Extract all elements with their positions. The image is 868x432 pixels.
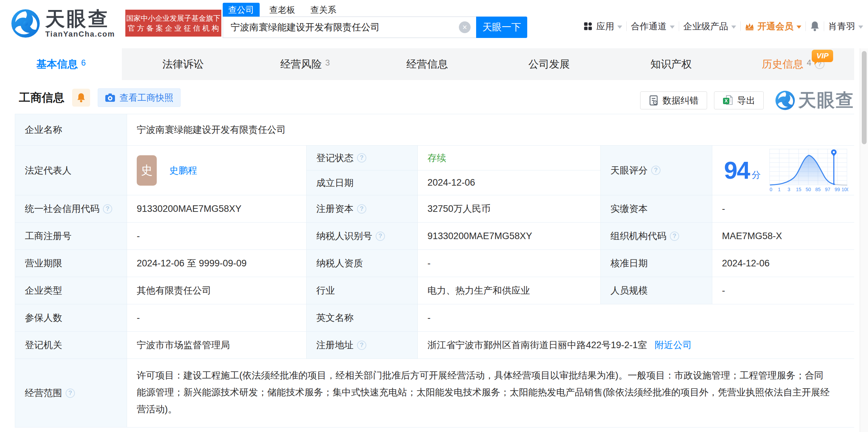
bell-icon: [810, 21, 820, 32]
menu-separator: [806, 21, 806, 31]
org-code-value: MAE7MG58-X: [712, 223, 855, 249]
chevron-down-icon: [797, 26, 801, 29]
vip-badge: VIP: [812, 50, 833, 62]
brand-name: 天眼查: [45, 8, 115, 29]
help-icon[interactable]: ?: [651, 166, 660, 175]
company-name-value: 宁波南寰绿能建设开发有限责任公司: [127, 114, 855, 145]
chevron-down-icon: [670, 26, 675, 29]
user-menu[interactable]: 肖青羽: [828, 20, 863, 32]
gov-badge-line1: 国家中小企业发展子基金旗下: [126, 14, 221, 22]
search-tab-relation[interactable]: 查关系: [305, 3, 342, 17]
score-value: 94 分 0 1 3 15 50 85: [712, 146, 855, 195]
nearby-companies-link[interactable]: 附近公司: [655, 339, 692, 351]
user-name: 肖青羽: [828, 20, 855, 32]
tab-label: 经营信息: [406, 57, 448, 71]
svg-text:99: 99: [835, 187, 840, 192]
bell-icon: [77, 92, 86, 103]
notification-bell[interactable]: [810, 21, 820, 32]
english-name-value: -: [418, 304, 855, 331]
tab-label: 公司发展: [528, 57, 570, 71]
svg-text:X: X: [725, 98, 728, 104]
tab-operation[interactable]: 经营信息: [366, 48, 488, 80]
tab-history-info[interactable]: VIP 历史信息 4 ?: [732, 48, 854, 80]
svg-text:50: 50: [806, 187, 811, 192]
help-icon[interactable]: ?: [357, 204, 366, 214]
scrollbar-thumb[interactable]: [862, 51, 867, 144]
reg-number-label: 工商注册号: [15, 223, 127, 249]
menu-cooperation[interactable]: 合作通道: [631, 20, 675, 32]
est-date-label: 成立日期: [307, 170, 417, 195]
industry-label: 行业: [307, 277, 417, 304]
help-icon[interactable]: ?: [357, 341, 366, 350]
credit-code-value: 91330200MAE7MG58XY: [127, 195, 306, 222]
tab-risk[interactable]: 经营风险 3: [244, 48, 366, 80]
crown-icon: [745, 22, 754, 31]
search-type-tabs: 查公司 查老板 查关系: [223, 3, 527, 17]
svg-text:85: 85: [815, 187, 821, 192]
help-icon[interactable]: ?: [357, 153, 366, 163]
business-scope-label: 经营范围?: [15, 359, 127, 427]
gov-certification-badge: 国家中小企业发展子基金旗下 官方备案企业征信机构: [125, 10, 221, 37]
search-input-wrap: ×: [223, 17, 476, 38]
excel-icon: X: [723, 95, 733, 106]
chevron-down-icon: [858, 26, 863, 29]
score-unit: 分: [752, 169, 761, 181]
watermark-text: 天眼查: [798, 88, 854, 112]
score-label: 天眼评分?: [601, 146, 712, 195]
search-tab-company[interactable]: 查公司: [223, 3, 260, 17]
clear-search-icon[interactable]: ×: [459, 21, 471, 33]
business-snapshot-button[interactable]: 查看工商快照: [98, 88, 181, 107]
tab-legal[interactable]: 法律诉讼: [122, 48, 244, 80]
legal-rep-label: 法定代表人: [15, 146, 127, 195]
svg-text:100: 100: [841, 187, 848, 192]
taxpayer-id-value: 91330200MAE7MG58XY: [418, 223, 600, 249]
staff-size-value: -: [712, 277, 855, 304]
business-term-label: 营业期限: [15, 250, 127, 277]
search-input[interactable]: [223, 17, 476, 38]
data-correction-button[interactable]: 数据纠错: [640, 91, 707, 109]
search-button[interactable]: 天眼一下: [476, 17, 527, 38]
tianyancha-logo[interactable]: 天眼查 TianYanCha.com: [11, 8, 115, 39]
tab-basic-info[interactable]: 基本信息 6: [0, 48, 122, 80]
approval-date-value: 2024-12-06: [712, 250, 855, 277]
reg-address-label: 注册地址?: [307, 332, 417, 359]
export-label: 导出: [737, 95, 755, 107]
help-icon[interactable]: ?: [670, 232, 679, 241]
tab-label: 历史信息: [762, 57, 803, 71]
help-icon[interactable]: ?: [376, 232, 385, 241]
reg-address-value: 浙江省宁波市鄞州区首南街道日丽中路422号19-2-1室 附近公司: [418, 332, 855, 359]
correction-file-icon: [649, 95, 658, 106]
vertical-scrollbar[interactable]: [860, 48, 868, 432]
tab-label: 经营风险: [280, 57, 322, 71]
section-title: 工商信息: [19, 90, 65, 106]
legal-rep-name-link[interactable]: 史鹏程: [169, 164, 197, 177]
reg-capital-label: 注册资本?: [307, 195, 417, 222]
taxpayer-quality-label: 纳税人资质: [307, 250, 417, 277]
export-button[interactable]: X 导出: [714, 91, 764, 109]
legal-rep-avatar[interactable]: 史: [137, 155, 157, 186]
business-info-table: 企业名称 宁波南寰绿能建设开发有限责任公司 法定代表人 史 史鹏程 登记状态? …: [15, 114, 854, 428]
data-correction-label: 数据纠错: [663, 95, 698, 107]
legal-rep-value: 史 史鹏程: [127, 146, 306, 195]
menu-separator: [679, 21, 679, 31]
menu-open-vip[interactable]: 开通会员: [745, 20, 801, 32]
reg-authority-value: 宁波市市场监督管理局: [127, 332, 306, 359]
help-icon[interactable]: ?: [66, 389, 75, 398]
monitor-bell-button[interactable]: [72, 89, 90, 107]
staff-size-label: 人员规模: [601, 277, 712, 304]
tianyancha-logo-icon: [11, 9, 40, 38]
tab-label: 法律诉讼: [162, 57, 204, 71]
menu-separator: [824, 21, 824, 31]
section-header: 工商信息 查看工商快照: [19, 88, 181, 107]
help-icon[interactable]: ?: [103, 204, 112, 214]
tab-development[interactable]: 公司发展: [488, 48, 610, 80]
industry-value: 电力、热力生产和供应业: [418, 277, 600, 304]
menu-apps[interactable]: 应用: [583, 20, 622, 32]
tianyancha-company-page: 天眼查 TianYanCha.com 国家中小企业发展子基金旗下 官方备案企业征…: [0, 0, 868, 432]
paid-capital-label: 实缴资本: [601, 195, 712, 222]
search-tab-boss[interactable]: 查老板: [264, 3, 301, 17]
menu-enterprise[interactable]: 企业级产品: [683, 20, 736, 32]
company-type-value: 其他有限责任公司: [127, 277, 306, 304]
tab-intellectual-property[interactable]: 知识产权: [610, 48, 732, 80]
reg-status-value: 存续: [418, 146, 600, 170]
